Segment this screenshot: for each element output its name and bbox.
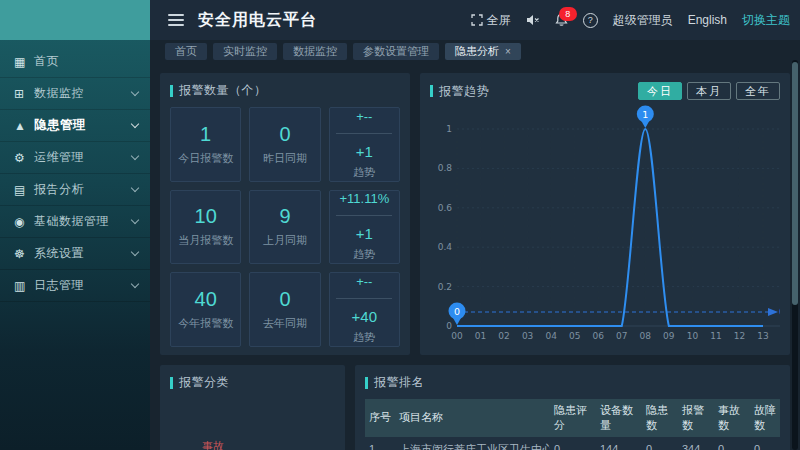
tab-label: 参数设置管理 xyxy=(363,45,429,57)
stat-label: 趋势 xyxy=(353,247,375,262)
help-button[interactable]: ? xyxy=(583,13,598,28)
trend-top-value: +11.11% xyxy=(339,191,389,206)
chevron-down-icon xyxy=(131,184,139,192)
title-accent-bar xyxy=(430,85,433,97)
cell-danger-score: 0 xyxy=(550,437,596,450)
tab-label: 实时监控 xyxy=(223,45,267,57)
sidebar-item-base-data[interactable]: ◉ 基础数据管理 xyxy=(0,206,150,238)
col-header-fault-count: 故障数 xyxy=(750,399,780,437)
tab-home[interactable]: 首页 xyxy=(165,43,207,60)
stat-label: 今年报警数 xyxy=(178,316,233,331)
svg-text:06: 06 xyxy=(593,331,605,341)
tab-realtime-monitor[interactable]: 实时监控 xyxy=(213,43,277,60)
stat-label: 今日报警数 xyxy=(178,151,233,166)
sidebar-item-data-monitor[interactable]: ⊞ 数据监控 xyxy=(0,78,150,110)
svg-text:07: 07 xyxy=(616,331,627,341)
sidebar-item-label: 基础数据管理 xyxy=(34,213,132,230)
range-button-month[interactable]: 本月 xyxy=(687,82,731,100)
trend-top-value: +-- xyxy=(356,109,372,124)
theme-switch-link[interactable]: 切换主题 xyxy=(742,12,790,29)
svg-text:1: 1 xyxy=(446,124,452,134)
gear-icon: ⚙ xyxy=(14,151,34,165)
close-icon[interactable]: × xyxy=(505,46,511,57)
svg-text:05: 05 xyxy=(569,331,580,341)
sidebar-item-log-manage[interactable]: ▥ 日志管理 xyxy=(0,270,150,302)
alarm-rank-table: 序号 项目名称 隐患评分 设备数量 隐患数 报警数 事故数 故障数 1 上海市闵… xyxy=(365,399,780,450)
tab-label: 首页 xyxy=(175,45,197,57)
user-menu[interactable]: 超级管理员 xyxy=(613,12,673,29)
col-header-accident-count: 事故数 xyxy=(714,399,750,437)
range-button-year[interactable]: 全年 xyxy=(736,82,780,100)
stat-card-yesterday: 0 昨日同期 xyxy=(249,107,320,182)
scrollbar-track[interactable] xyxy=(792,60,798,450)
stat-value: 1 xyxy=(200,123,211,146)
col-header-alarm-count: 报警数 xyxy=(678,399,714,437)
stat-card-day-trend: +-- +1 趋势 xyxy=(329,107,400,182)
svg-text:13: 13 xyxy=(757,331,768,341)
scrollbar-thumb[interactable] xyxy=(792,62,798,305)
sidebar-item-label: 数据监控 xyxy=(34,85,132,102)
chevron-down-icon xyxy=(131,248,139,256)
stat-label: 趋势 xyxy=(353,330,375,345)
stat-label: 上月同期 xyxy=(263,233,307,248)
alarm-category-panel: 报警分类 事故 xyxy=(160,365,345,450)
sidebar-item-label: 日志管理 xyxy=(34,277,132,294)
tab-param-settings[interactable]: 参数设置管理 xyxy=(353,43,439,60)
tab-data-monitor[interactable]: 数据监控 xyxy=(283,43,347,60)
stat-card-grid: 1 今日报警数 0 昨日同期 +-- +1 趋势 10 当月报警数 9 上月同期… xyxy=(170,107,400,347)
tab-label: 隐患分析 xyxy=(455,45,499,57)
range-button-today[interactable]: 今日 xyxy=(638,82,682,100)
chevron-down-icon xyxy=(131,280,139,288)
chevron-down-icon xyxy=(131,120,139,128)
title-accent-bar xyxy=(170,85,173,97)
stat-label: 昨日同期 xyxy=(263,151,307,166)
divider xyxy=(336,298,392,299)
alarm-trend-line-chart[interactable]: 00.20.40.60.8100010203040506070809101112… xyxy=(430,104,780,344)
stat-label: 趋势 xyxy=(353,165,375,180)
data-monitor-icon: ⊞ xyxy=(14,87,34,101)
cell-fault-count: 0 xyxy=(750,437,780,450)
menu-collapse-icon[interactable] xyxy=(168,14,184,26)
stat-card-month: 10 当月报警数 xyxy=(170,190,241,265)
tab-hidden-danger-analysis[interactable]: 隐患分析× xyxy=(445,43,521,60)
speaker-muted-icon xyxy=(526,14,540,26)
col-header-danger-count: 隐患数 xyxy=(642,399,678,437)
trend-bottom-value: +1 xyxy=(356,225,373,242)
cell-accident-count: 0 xyxy=(714,437,750,450)
col-header-index: 序号 xyxy=(365,399,395,437)
sidebar-item-report-analysis[interactable]: ▤ 报告分析 xyxy=(0,174,150,206)
svg-text:11: 11 xyxy=(710,331,721,341)
log-icon: ▥ xyxy=(14,279,34,293)
chevron-down-icon xyxy=(131,216,139,224)
language-switch[interactable]: English xyxy=(688,13,727,27)
svg-text:0.2: 0.2 xyxy=(438,282,452,292)
panel-title-text: 报警数量（个） xyxy=(179,82,267,99)
title-accent-bar xyxy=(365,377,368,389)
cell-danger-count: 0 xyxy=(642,437,678,450)
sidebar-item-home[interactable]: ▦ 首页 xyxy=(0,46,150,78)
panel-title-text: 报警趋势 xyxy=(439,83,489,100)
report-icon: ▤ xyxy=(14,183,34,197)
panel-title: 报警数量（个） xyxy=(170,82,400,99)
sidebar-item-hidden-danger[interactable]: ▲ 隐患管理 xyxy=(0,110,150,142)
svg-text:12: 12 xyxy=(734,331,745,341)
notification-badge: 8 xyxy=(559,7,577,21)
notifications-button[interactable]: 8 xyxy=(555,13,568,27)
svg-text:09: 09 xyxy=(663,331,675,341)
table-row[interactable]: 1 上海市闵行莘庄工业区卫生中心 0 144 0 344 0 0 xyxy=(365,437,780,450)
sidebar: ▦ 首页 ⊞ 数据监控 ▲ 隐患管理 ⚙ 运维管理 ▤ 报告分析 ◉ 基础数据管… xyxy=(0,0,150,450)
svg-text:1: 1 xyxy=(642,109,648,120)
fullscreen-button[interactable]: 全屏 xyxy=(471,12,511,29)
chevron-down-icon xyxy=(131,152,139,160)
panel-title-text: 报警排名 xyxy=(374,374,424,391)
sidebar-item-label: 首页 xyxy=(34,53,138,70)
col-header-project-name: 项目名称 xyxy=(395,399,550,437)
mute-button[interactable] xyxy=(526,14,540,26)
fullscreen-label: 全屏 xyxy=(487,12,511,29)
sidebar-item-ops-manage[interactable]: ⚙ 运维管理 xyxy=(0,142,150,174)
page-title: 安全用电云平台 xyxy=(198,10,317,31)
sidebar-item-system-settings[interactable]: ☸ 系统设置 xyxy=(0,238,150,270)
stat-value: 0 xyxy=(279,123,290,146)
svg-text:0: 0 xyxy=(454,306,460,317)
cell-alarm-count: 344 xyxy=(678,437,714,450)
